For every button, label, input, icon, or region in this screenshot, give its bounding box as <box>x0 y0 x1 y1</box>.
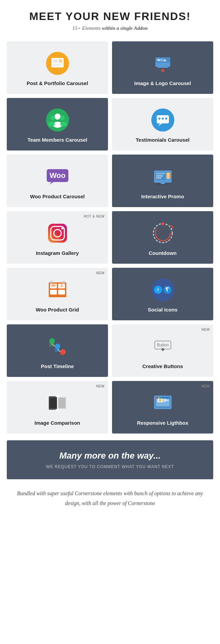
svg-rect-34 <box>156 177 161 179</box>
svg-rect-61 <box>62 281 65 283</box>
svg-marker-29 <box>49 182 53 185</box>
svg-text:Woo: Woo <box>49 171 65 180</box>
card-label-woo-product: Woo Product Carousel <box>30 194 85 199</box>
svg-point-44 <box>61 227 63 229</box>
card-label-countdown: Countdown <box>149 250 176 256</box>
card-responsive-lightbox[interactable]: NEW Responsive Ligthbox <box>112 381 213 434</box>
card-instagram[interactable]: HOT & NEW Instagram Gallery <box>7 211 108 264</box>
card-label-testimonials: Testimonials Carousel <box>136 137 190 143</box>
lightbox-icon <box>151 391 175 415</box>
svg-point-18 <box>60 116 65 120</box>
svg-rect-40 <box>161 183 165 184</box>
svg-point-14 <box>46 108 69 132</box>
card-label-woo-grid: Woo Product Grid <box>36 307 79 313</box>
svg-rect-13 <box>162 69 163 72</box>
woo-grid-icon: Woo <box>45 278 70 302</box>
svg-rect-90 <box>155 397 170 399</box>
countdown-icon <box>151 221 175 245</box>
svg-point-25 <box>165 118 167 120</box>
svg-rect-56 <box>58 290 65 295</box>
card-label-team-members: Team Members Carousel <box>27 137 87 143</box>
svg-rect-71 <box>60 352 64 355</box>
card-woo-grid[interactable]: NEW Woo Woo Product Grid <box>7 268 108 320</box>
svg-rect-55 <box>50 290 57 295</box>
card-label-social-icons: Social Icons <box>148 307 178 313</box>
subtitle-italic: within a single Addon <box>102 25 148 31</box>
svg-point-24 <box>162 118 164 120</box>
svg-point-93 <box>160 397 161 399</box>
timeline-icon <box>45 334 70 359</box>
svg-point-19 <box>48 122 55 126</box>
svg-rect-37 <box>167 175 170 177</box>
svg-point-88 <box>159 399 161 402</box>
buttons-icon: Button <box>151 334 175 359</box>
svg-rect-32 <box>156 173 165 175</box>
bottom-text: Bundled with super useful Cornerstone el… <box>7 489 213 508</box>
svg-point-17 <box>50 116 55 120</box>
woo-icon: Woo <box>45 164 70 189</box>
svg-marker-81 <box>56 409 60 412</box>
card-interactive-promo[interactable]: Interactive Promo <box>112 155 213 207</box>
card-team-members[interactable]: Team Members Carousel <box>7 98 108 150</box>
svg-rect-60 <box>50 281 53 283</box>
social-icon: f <box>151 278 175 302</box>
team-icon <box>45 108 70 132</box>
card-woo-product[interactable]: Woo Woo Product Carousel <box>7 155 108 207</box>
card-label-image-comparison: Image Comparison <box>35 420 80 426</box>
svg-point-58 <box>60 284 63 287</box>
badge-woo-grid: NEW <box>96 271 105 275</box>
svg-rect-4 <box>53 65 60 66</box>
page-header: MEET YOUR NEW FRIENDS! 15+ Elements with… <box>7 10 213 31</box>
footer-band-subtitle: WE REQUEST YOU TO COMMENT WHAT YOU WANT … <box>14 464 206 469</box>
svg-rect-5 <box>59 59 62 63</box>
svg-marker-80 <box>56 394 60 397</box>
svg-point-50 <box>162 232 164 234</box>
subtitle-plain: 15+ Elements <box>72 25 102 31</box>
footer-band: Many more on the way... WE REQUEST YOU T… <box>7 440 213 479</box>
svg-point-20 <box>60 122 67 126</box>
card-label-instagram: Instagram Gallery <box>36 250 79 256</box>
page-title: MEET YOUR NEW FRIENDS! <box>7 10 213 23</box>
svg-point-91 <box>156 397 157 399</box>
card-label-image-logo: Image & Logo Carousel <box>134 80 191 86</box>
card-label-responsive-lightbox: Responsive Ligthbox <box>137 420 189 426</box>
svg-text:Button: Button <box>157 343 169 347</box>
svg-rect-33 <box>156 175 163 177</box>
svg-rect-36 <box>167 173 170 175</box>
image-logo-icon <box>151 51 175 76</box>
card-post-timeline[interactable]: Post Timeline <box>7 324 108 377</box>
svg-rect-69 <box>49 341 53 346</box>
card-image-comparison[interactable]: NEW Image Comparison <box>7 381 108 434</box>
svg-rect-82 <box>49 398 57 408</box>
svg-text:f: f <box>157 288 159 292</box>
card-image-logo[interactable]: Image & Logo Carousel <box>112 41 213 94</box>
card-label-creative-buttons: Creative Buttons <box>142 363 183 369</box>
svg-marker-51 <box>172 226 174 228</box>
card-post-portfolio[interactable]: Post & Portfolio Carousel <box>7 41 108 94</box>
promo-icon <box>151 164 175 189</box>
svg-rect-3 <box>53 64 62 65</box>
badge-image-comparison: NEW <box>96 384 105 388</box>
badge-creative-buttons: NEW <box>201 328 210 331</box>
testimonials-icon <box>151 108 175 132</box>
svg-point-23 <box>158 118 160 120</box>
svg-point-15 <box>54 114 61 120</box>
svg-point-47 <box>161 222 164 225</box>
footer-band-title: Many more on the way... <box>14 450 206 461</box>
svg-rect-83 <box>58 398 66 408</box>
svg-text:Woo: Woo <box>51 284 57 287</box>
card-label-interactive-promo: Interactive Promo <box>141 194 184 199</box>
portfolio-icon <box>45 51 70 76</box>
svg-rect-38 <box>167 177 170 179</box>
card-testimonials[interactable]: Testimonials Carousel <box>112 98 213 150</box>
card-countdown[interactable]: Countdown <box>112 211 213 264</box>
svg-point-10 <box>158 59 160 61</box>
card-social-icons[interactable]: f Social Icons <box>112 268 213 320</box>
instagram-icon <box>45 221 70 245</box>
card-label-post-portfolio: Post & Portfolio Carousel <box>27 80 88 86</box>
badge-responsive-lightbox: NEW <box>201 384 210 388</box>
card-label-post-timeline: Post Timeline <box>41 363 74 369</box>
card-creative-buttons[interactable]: NEW Button Creative Buttons <box>112 324 213 377</box>
svg-rect-2 <box>53 59 58 63</box>
page-subtitle: 15+ Elements within a single Addon <box>7 25 213 31</box>
